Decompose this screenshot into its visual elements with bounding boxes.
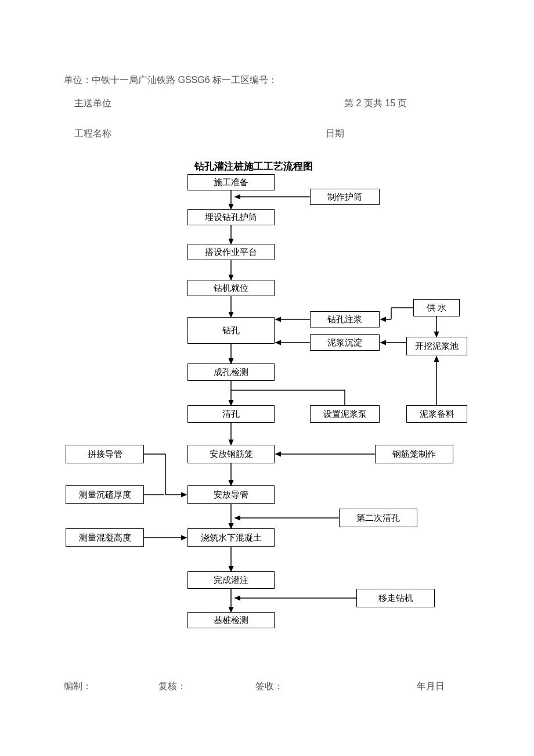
node-prep: 施工准备 (187, 174, 275, 190)
node-pile-test: 基桩检测 (187, 612, 275, 628)
node-make-cage: 钢筋笼制作 (375, 445, 453, 463)
send-to-label: 主送单位 (74, 98, 111, 110)
date-label: 日期 (326, 128, 344, 140)
node-measure-conc: 测量混凝高度 (66, 528, 144, 547)
node-platform: 搭设作业平台 (187, 244, 275, 260)
node-hole-test: 成孔检测 (187, 363, 275, 381)
footer-compile: 编制： (64, 681, 92, 693)
diagram-title: 钻孔灌注桩施工工艺流程图 (194, 160, 313, 173)
node-finish-pour: 完成灌注 (187, 571, 275, 589)
node-pour-conc: 浇筑水下混凝土 (187, 528, 275, 547)
footer-date: 年月日 (417, 681, 445, 693)
node-water: 供 水 (413, 299, 460, 316)
node-dig-pool: 开挖泥浆池 (406, 337, 467, 355)
page-info: 第 2 页共 15 页 (344, 98, 407, 110)
node-mud-settle: 泥浆沉淀 (310, 334, 380, 351)
project-name-label: 工程名称 (74, 128, 111, 140)
node-second-clean: 第二次清孔 (339, 509, 417, 527)
node-mud-material: 泥浆备料 (406, 405, 467, 423)
node-place-cage: 安放钢筋笼 (187, 445, 275, 463)
unit-line: 单位：中铁十一局广汕铁路 GSSG6 标一工区编号： (64, 74, 277, 87)
node-clean-hole: 清孔 (187, 405, 275, 423)
footer-review: 复核： (158, 681, 186, 693)
node-make-casing: 制作护筒 (310, 189, 380, 205)
node-drill-pos: 钻机就位 (187, 280, 275, 296)
node-bury-casing: 埋设钻孔护筒 (187, 209, 275, 225)
node-measure-sed: 测量沉碴厚度 (66, 485, 144, 504)
node-move-drill: 移走钻机 (356, 589, 435, 607)
node-splice-pipe: 拼接导管 (66, 445, 144, 463)
node-drill: 钻孔 (187, 317, 275, 344)
node-mud-pump: 设置泥浆泵 (310, 405, 380, 423)
node-grout: 钻孔注浆 (310, 311, 380, 327)
footer-receive: 签收： (255, 681, 283, 693)
node-place-pipe: 安放导管 (187, 485, 275, 504)
